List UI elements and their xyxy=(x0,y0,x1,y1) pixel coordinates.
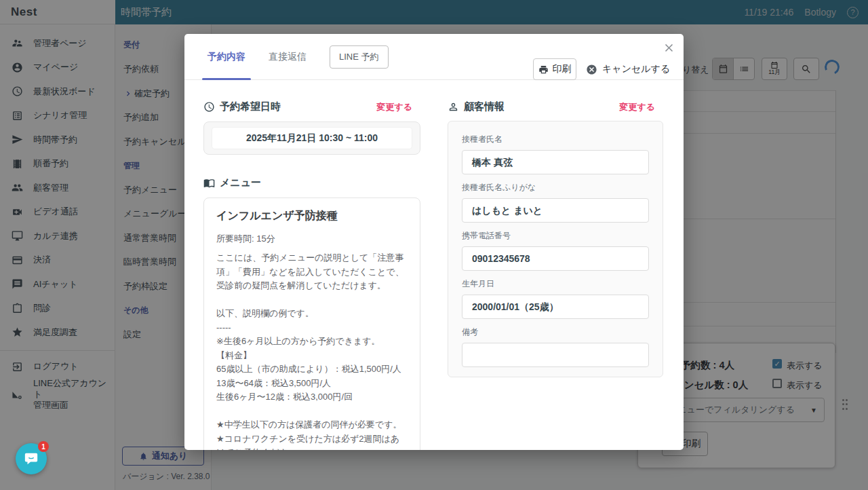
modal-body: 予約希望日時 変更する 2025年11月21日 10:30 ~ 11:00 メニ… xyxy=(184,80,684,450)
menu-section-header: メニュー xyxy=(203,176,420,189)
chat-unread-badge: 1 xyxy=(38,441,49,452)
menu-description: ここには、予約メニューの説明として「注意事項」「費用」などを記入していただくこと… xyxy=(216,251,408,450)
field-input-notes[interactable] xyxy=(462,343,649,367)
cancel-circle-icon xyxy=(586,64,597,75)
field-label-birthdate: 生年月日 xyxy=(462,278,649,290)
tab-reservation-content[interactable]: 予約内容 xyxy=(208,34,245,79)
datetime-section-header: 予約希望日時 変更する xyxy=(203,100,420,113)
customer-section-header: 顧客情報 変更する xyxy=(448,100,663,113)
person-icon xyxy=(448,101,459,113)
menu-name: インフルエンザ予防接種 xyxy=(216,209,408,223)
print-button[interactable]: 印刷 xyxy=(533,58,576,80)
reservation-datetime-value: 2025年11月21日 10:30 ~ 11:00 xyxy=(212,128,412,149)
modal-left-column: 予約希望日時 変更する 2025年11月21日 10:30 ~ 11:00 メニ… xyxy=(203,100,420,450)
close-icon[interactable] xyxy=(660,39,677,56)
clock-icon xyxy=(203,101,215,113)
modal-right-column: 顧客情報 変更する 接種者氏名 橋本 真弦 接種者氏名ふりがな はしもと まいと… xyxy=(448,100,663,377)
field-input-birthdate[interactable]: 2000/01/01（25歳） xyxy=(462,295,649,319)
tab-direct-reply[interactable]: 直接返信 xyxy=(269,34,307,79)
reservation-datetime-card: 2025年11月21日 10:30 ~ 11:00 xyxy=(203,121,420,155)
printer-icon xyxy=(538,64,549,75)
field-label-phone: 携帯電話番号 xyxy=(462,230,649,242)
screen: Nest 時間帯予約 11/19 21:46 Botlogy ? 管理者ページ … xyxy=(0,0,868,490)
menu-section-title: メニュー xyxy=(220,176,261,189)
customer-section-title: 顧客情報 xyxy=(464,100,505,113)
book-icon xyxy=(203,177,215,189)
reservation-detail-modal: 予約内容 直接返信 LINE 予約 印刷 キャンセルする 予約希望日時 変更する… xyxy=(184,34,684,450)
modal-header: 予約内容 直接返信 LINE 予約 印刷 キャンセルする xyxy=(184,34,684,80)
customer-card: 接種者氏名 橋本 真弦 接種者氏名ふりがな はしもと まいと 携帯電話番号 09… xyxy=(448,121,663,377)
menu-card: インフルエンザ予防接種 所要時間: 15分 ここには、予約メニューの説明として「… xyxy=(203,197,420,450)
cancel-reservation-button[interactable]: キャンセルする xyxy=(586,58,670,80)
field-input-furigana[interactable]: はしもと まいと xyxy=(462,198,649,223)
field-input-phone[interactable]: 09012345678 xyxy=(462,246,649,271)
datetime-section-title: 予約希望日時 xyxy=(220,100,281,113)
field-input-name[interactable]: 橋本 真弦 xyxy=(462,150,649,174)
modal-tabs: 予約内容 直接返信 LINE 予約 xyxy=(208,34,389,79)
change-datetime-link[interactable]: 変更する xyxy=(376,101,412,113)
change-customer-link[interactable]: 変更する xyxy=(619,101,655,113)
field-label-notes: 備考 xyxy=(462,326,649,338)
field-label-furigana: 接種者氏名ふりがな xyxy=(462,182,649,193)
menu-duration: 所要時間: 15分 xyxy=(216,233,408,245)
field-label-name: 接種者氏名 xyxy=(462,134,649,145)
tab-line-reservation[interactable]: LINE 予約 xyxy=(330,45,389,69)
chat-bubble-icon xyxy=(24,451,39,466)
